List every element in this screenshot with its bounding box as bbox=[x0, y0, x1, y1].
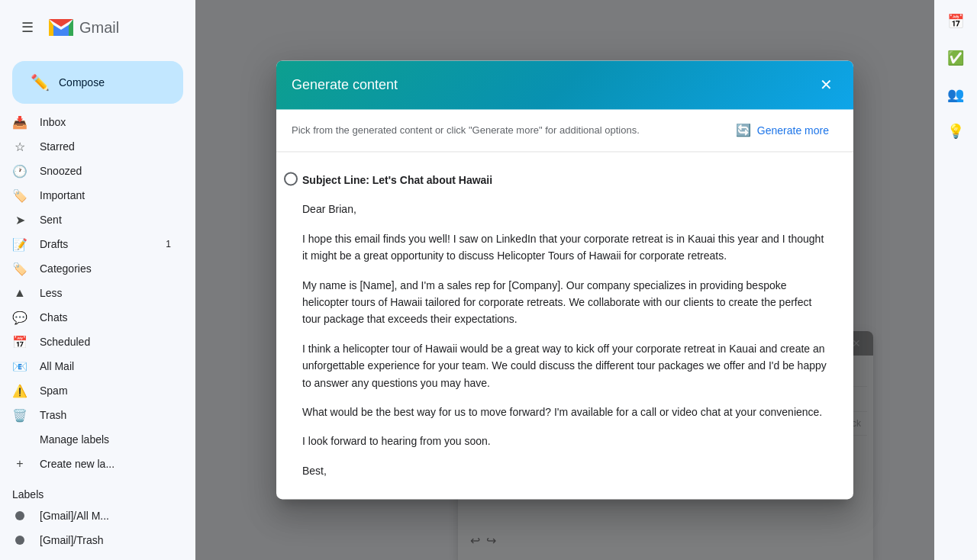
less-icon: ▲ bbox=[12, 286, 27, 300]
spam-icon: ⚠️ bbox=[12, 384, 27, 398]
right-panel-calendar-icon[interactable]: 📅 bbox=[940, 6, 971, 37]
sidebar-item-label: Trash bbox=[40, 409, 66, 421]
modal-content-area[interactable]: Subject Line: Let's Chat about Hawaii De… bbox=[276, 152, 853, 499]
sidebar: ☰ Gmail ✏️ Compose 📥 Inbox ☆ Starred bbox=[0, 0, 195, 560]
compose-button[interactable]: ✏️ Compose bbox=[12, 61, 183, 104]
close-icon: ✕ bbox=[820, 76, 833, 94]
compose-label: Compose bbox=[59, 76, 105, 89]
email-content-1: Subject Line: Let's Chat about Hawaii De… bbox=[302, 172, 827, 479]
sidebar-item-manage-labels[interactable]: Manage labels bbox=[0, 427, 183, 452]
modal-close-button[interactable]: ✕ bbox=[814, 72, 838, 97]
sidebar-item-important[interactable]: 🏷️ Important bbox=[0, 183, 183, 208]
closing: Best, bbox=[302, 462, 827, 479]
sidebar-item-categories[interactable]: 🏷️ Categories bbox=[0, 256, 183, 281]
sidebar-item-label: Less bbox=[40, 287, 63, 299]
paragraph-3: I think a helicopter tour of Hawaii woul… bbox=[302, 340, 827, 391]
sidebar-item-gmail-trash[interactable]: [Gmail]/Trash bbox=[0, 528, 183, 552]
sidebar-item-label: [Gmail]/All M... bbox=[40, 510, 109, 522]
sidebar-item-label: Create new la... bbox=[40, 458, 114, 470]
paragraph-1: I hope this email finds you well! I saw … bbox=[302, 230, 827, 265]
modal-toolbar: Pick from the generated content or click… bbox=[276, 109, 853, 152]
gmail-logo: Gmail bbox=[49, 19, 119, 37]
sidebar-item-label: Inbox bbox=[40, 116, 66, 128]
sidebar-item-label: Drafts bbox=[40, 238, 68, 250]
drafts-icon: 📝 bbox=[12, 237, 27, 252]
sidebar-item-scheduled[interactable]: 📅 Scheduled bbox=[0, 330, 183, 354]
gmail-trash-icon bbox=[15, 536, 24, 545]
generate-more-button[interactable]: 🔄 Generate more bbox=[727, 118, 838, 142]
sidebar-item-drafts[interactable]: 📝 Drafts 1 bbox=[0, 232, 183, 256]
sidebar-item-label: Spam bbox=[40, 385, 68, 397]
sidebar-item-sent[interactable]: ➤ Sent bbox=[0, 208, 183, 232]
sidebar-item-inbox[interactable]: 📥 Inbox bbox=[0, 110, 183, 134]
right-panel-assistant-icon[interactable]: 💡 bbox=[940, 116, 971, 146]
snoozed-icon: 🕐 bbox=[12, 164, 27, 179]
gmail-logo-icon bbox=[49, 19, 73, 36]
modal-title: Generate content bbox=[292, 77, 398, 93]
gmail-all-icon bbox=[15, 511, 24, 520]
drafts-badge: 1 bbox=[166, 239, 171, 249]
right-panel-tasks-icon[interactable]: ✅ bbox=[940, 43, 971, 73]
compose-icon: ✏️ bbox=[31, 73, 50, 92]
sidebar-item-label: Snoozed bbox=[40, 165, 82, 177]
trash-icon: 🗑️ bbox=[12, 408, 27, 423]
sidebar-item-spam[interactable]: ⚠️ Spam bbox=[0, 378, 183, 403]
app-title: Gmail bbox=[79, 19, 119, 37]
chats-icon: 💬 bbox=[12, 311, 27, 325]
paragraph-5: I look forward to hearing from you soon. bbox=[302, 433, 827, 450]
sidebar-item-label: Starred bbox=[40, 140, 75, 153]
scheduled-icon: 📅 bbox=[12, 335, 27, 349]
sidebar-item-label: Chats bbox=[40, 311, 68, 323]
sidebar-item-label: All Mail bbox=[40, 360, 74, 372]
salutation: Dear Brian, bbox=[302, 201, 827, 218]
modal-hint: Pick from the generated content or click… bbox=[292, 124, 640, 136]
content-item-radio-1[interactable] bbox=[284, 172, 298, 185]
sidebar-item-less[interactable]: ▲ Less bbox=[0, 281, 183, 305]
content-item-1[interactable]: Subject Line: Let's Chat about Hawaii De… bbox=[276, 152, 853, 499]
sidebar-item-chats[interactable]: 💬 Chats bbox=[0, 305, 183, 330]
generate-content-modal: Generate content ✕ Pick from the generat… bbox=[276, 60, 853, 499]
sidebar-item-create-label[interactable]: + Create new la... bbox=[0, 452, 183, 476]
main-content: New Message − ⤢ ✕ Recipients Subject Tem… bbox=[195, 0, 934, 560]
labels-section-header: Labels bbox=[0, 476, 195, 504]
paragraph-2: My name is [Name], and I'm a sales rep f… bbox=[302, 277, 827, 328]
modal-header: Generate content ✕ bbox=[276, 60, 853, 109]
sidebar-item-label: Sent bbox=[40, 214, 62, 226]
subject-line: Subject Line: Let's Chat about Hawaii bbox=[302, 172, 827, 188]
sidebar-item-snoozed[interactable]: 🕐 Snoozed bbox=[0, 159, 183, 183]
sidebar-item-label: Categories bbox=[40, 262, 92, 275]
starred-icon: ☆ bbox=[12, 140, 27, 154]
sidebar-item-label: [Gmail]/Trash bbox=[40, 534, 104, 546]
paragraph-4: What would be the best way for us to mov… bbox=[302, 404, 827, 420]
inbox-icon: 📥 bbox=[12, 115, 27, 130]
right-panel-contacts-icon[interactable]: 👥 bbox=[940, 79, 971, 110]
sidebar-item-trash[interactable]: 🗑️ Trash bbox=[0, 403, 183, 427]
sidebar-item-label: Important bbox=[40, 189, 85, 201]
sidebar-item-gmail-all[interactable]: [Gmail]/All M... bbox=[0, 504, 183, 528]
categories-icon: 🏷️ bbox=[12, 262, 27, 276]
sidebar-item-starred[interactable]: ☆ Starred bbox=[0, 134, 183, 159]
sidebar-item-all-mail[interactable]: 📧 All Mail bbox=[0, 354, 183, 378]
sidebar-item-label: Scheduled bbox=[40, 336, 90, 348]
create-label-icon: + bbox=[12, 457, 27, 471]
hamburger-icon[interactable]: ☰ bbox=[12, 12, 43, 43]
all-mail-icon: 📧 bbox=[12, 359, 27, 374]
sidebar-top: ☰ Gmail bbox=[0, 6, 195, 55]
generate-more-label: Generate more bbox=[757, 124, 829, 137]
sent-icon: ➤ bbox=[12, 213, 27, 227]
important-icon: 🏷️ bbox=[12, 188, 27, 203]
sidebar-item-label: Manage labels bbox=[40, 433, 109, 446]
right-panel: 📅 ✅ 👥 💡 bbox=[934, 0, 977, 560]
refresh-icon: 🔄 bbox=[736, 123, 751, 137]
